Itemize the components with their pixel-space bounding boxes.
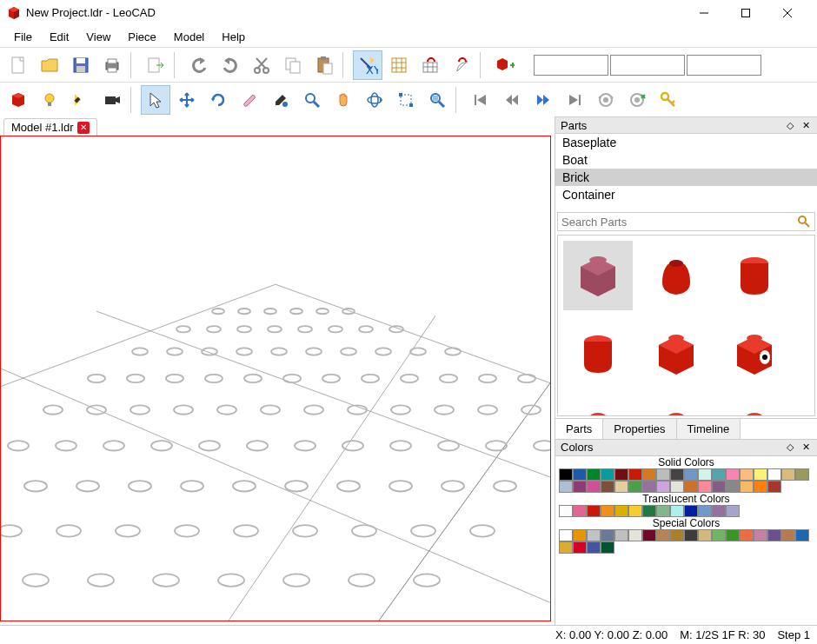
snap-button[interactable] [384, 50, 414, 80]
color-swatch[interactable] [559, 468, 573, 481]
panel-close-icon[interactable]: ✕ [800, 442, 812, 454]
paste-button[interactable] [309, 50, 339, 80]
transform-button[interactable]: XYZ [353, 50, 382, 80]
color-swatch[interactable] [698, 529, 712, 541]
rotate-tool[interactable] [203, 85, 233, 115]
color-swatch[interactable] [684, 481, 698, 493]
pan-tool[interactable] [329, 85, 358, 115]
tab-timeline[interactable]: Timeline [677, 419, 741, 439]
last-step-button[interactable] [560, 85, 589, 115]
combo-1[interactable] [534, 55, 608, 76]
viewport-3d[interactable] [0, 136, 551, 621]
color-swatch[interactable] [601, 529, 614, 541]
color-swatch[interactable] [573, 468, 587, 481]
color-swatch[interactable] [587, 541, 601, 554]
category-item[interactable]: Boat [555, 151, 817, 169]
select-tool[interactable] [141, 85, 170, 115]
part-thumbnail[interactable] [641, 397, 711, 416]
color-swatch[interactable] [670, 481, 684, 493]
color-swatch[interactable] [559, 481, 573, 493]
color-swatch[interactable] [628, 481, 642, 493]
category-list[interactable]: Baseplate Boat Brick Container [555, 134, 817, 210]
color-swatch[interactable] [712, 468, 726, 481]
color-swatch[interactable] [656, 481, 670, 493]
color-swatch[interactable] [684, 529, 698, 541]
color-swatch[interactable] [754, 481, 767, 493]
category-item[interactable]: Baseplate [555, 134, 817, 151]
paint-tool[interactable] [266, 85, 296, 115]
color-swatch[interactable] [767, 529, 781, 541]
color-swatch[interactable] [587, 481, 601, 493]
category-item[interactable]: Container [555, 186, 817, 203]
color-swatch[interactable] [670, 529, 684, 541]
menu-edit[interactable]: Edit [43, 29, 76, 45]
color-swatch[interactable] [656, 468, 670, 481]
color-swatch[interactable] [573, 541, 587, 554]
snap-grid-button[interactable] [415, 50, 445, 80]
part-thumbnail[interactable] [563, 241, 633, 310]
color-swatch[interactable] [601, 505, 614, 517]
color-swatch[interactable] [726, 481, 740, 493]
copy-button[interactable] [278, 50, 308, 80]
save-button[interactable] [66, 50, 96, 80]
panel-float-icon[interactable]: ◇ [784, 119, 796, 131]
light-button[interactable] [35, 85, 64, 115]
piece-add-button[interactable] [490, 50, 520, 80]
piece-tool-button[interactable] [3, 85, 33, 115]
camera-button[interactable] [97, 85, 127, 115]
minimize-button[interactable] [692, 1, 716, 25]
color-swatch[interactable] [740, 481, 754, 493]
color-swatch[interactable] [712, 529, 726, 541]
export-button[interactable] [141, 50, 170, 80]
color-swatch[interactable] [684, 468, 698, 481]
menu-view[interactable]: View [79, 29, 117, 45]
spotlight-button[interactable] [66, 85, 96, 115]
panel-float-icon[interactable]: ◇ [784, 442, 796, 454]
color-swatch[interactable] [587, 468, 601, 481]
part-thumbnail[interactable] [641, 319, 711, 388]
remove-step-button[interactable] [622, 85, 652, 115]
color-swatch[interactable] [628, 505, 642, 517]
menu-piece[interactable]: Piece [121, 29, 163, 45]
color-swatch[interactable] [754, 468, 767, 481]
color-swatch[interactable] [642, 529, 656, 541]
color-swatch[interactable] [781, 529, 795, 541]
parts-grid[interactable] [557, 235, 815, 416]
part-thumbnail[interactable] [720, 397, 789, 416]
redo-button[interactable] [216, 50, 245, 80]
color-swatch[interactable] [628, 529, 642, 541]
color-swatch[interactable] [698, 468, 712, 481]
color-swatch[interactable] [767, 468, 781, 481]
color-swatch[interactable] [767, 481, 781, 493]
color-swatch[interactable] [614, 481, 628, 493]
color-swatch[interactable] [559, 541, 573, 554]
color-swatch[interactable] [587, 529, 601, 541]
color-swatch[interactable] [698, 481, 712, 493]
maximize-button[interactable] [734, 1, 758, 25]
color-swatch[interactable] [642, 468, 656, 481]
delete-tool[interactable] [235, 85, 264, 115]
color-swatch[interactable] [642, 481, 656, 493]
part-thumbnail[interactable] [563, 397, 633, 416]
color-swatch[interactable] [601, 481, 614, 493]
search-icon[interactable] [797, 215, 811, 229]
color-swatch[interactable] [698, 505, 712, 517]
first-step-button[interactable] [466, 85, 495, 115]
key-button[interactable] [654, 85, 683, 115]
part-thumbnail[interactable] [641, 241, 711, 310]
color-swatch[interactable] [587, 505, 601, 517]
color-swatch[interactable] [726, 505, 740, 517]
zoom-extents-tool[interactable] [422, 85, 452, 115]
snap-angle-button[interactable] [447, 50, 476, 80]
orbit-tool[interactable] [360, 85, 389, 115]
color-swatch[interactable] [740, 468, 754, 481]
category-item[interactable]: Brick [555, 169, 817, 186]
viewport-tab[interactable]: Model #1.ldr ✕ [3, 118, 97, 136]
color-swatch[interactable] [781, 468, 795, 481]
color-swatch[interactable] [642, 505, 656, 517]
new-button[interactable] [3, 50, 33, 80]
color-swatch[interactable] [573, 505, 587, 517]
combo-3[interactable] [687, 55, 761, 76]
menu-help[interactable]: Help [215, 29, 252, 45]
color-swatch[interactable] [684, 505, 698, 517]
